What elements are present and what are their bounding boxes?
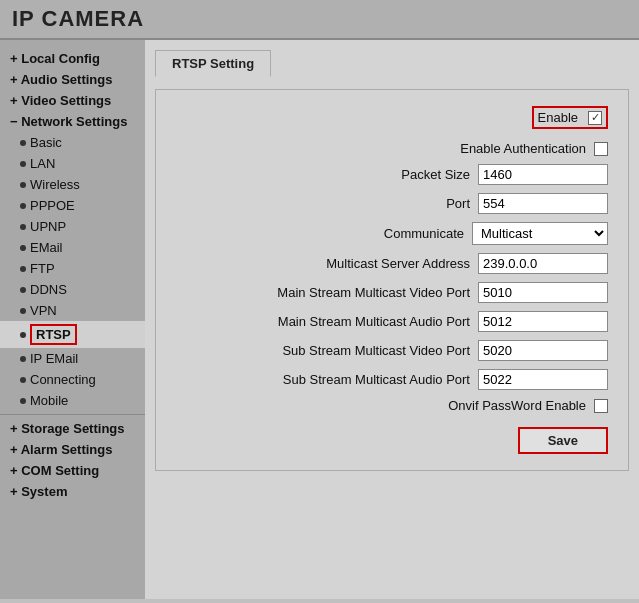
packet-size-row: Packet Size 1460	[176, 164, 608, 185]
sidebar-item-system[interactable]: + System	[0, 481, 145, 502]
save-row: Save	[176, 427, 608, 454]
bullet-icon	[20, 140, 26, 146]
sub-audio-input[interactable]: 5022	[478, 369, 608, 390]
sidebar-item-mobile[interactable]: Mobile	[0, 390, 145, 411]
sidebar-item-basic[interactable]: Basic	[0, 132, 145, 153]
bullet-icon	[20, 266, 26, 272]
onvif-label: Onvif PassWord Enable	[366, 398, 586, 413]
main-video-input[interactable]: 5010	[478, 282, 608, 303]
rtsp-form: Enable ✓ Enable Authentication Packet Si…	[155, 89, 629, 471]
sidebar-item-alarm[interactable]: + Alarm Settings	[0, 439, 145, 460]
sidebar-item-network-settings[interactable]: − Network Settings	[0, 111, 145, 132]
multicast-server-input[interactable]: 239.0.0.0	[478, 253, 608, 274]
sub-video-label: Sub Stream Multicast Video Port	[250, 343, 470, 358]
main-layout: + Local Config + Audio Settings + Video …	[0, 40, 639, 599]
sidebar-item-connecting[interactable]: Connecting	[0, 369, 145, 390]
communicate-select[interactable]: Multicast Unicast	[472, 222, 608, 245]
sidebar-item-wireless[interactable]: Wireless	[0, 174, 145, 195]
packet-size-input[interactable]: 1460	[478, 164, 608, 185]
bullet-icon	[20, 332, 26, 338]
bullet-icon	[20, 308, 26, 314]
main-video-label: Main Stream Multicast Video Port	[250, 285, 470, 300]
bullet-icon	[20, 377, 26, 383]
sidebar-item-video-settings[interactable]: + Video Settings	[0, 90, 145, 111]
sidebar-item-vpn[interactable]: VPN	[0, 300, 145, 321]
onvif-checkbox[interactable]	[594, 399, 608, 413]
save-button[interactable]: Save	[518, 427, 608, 454]
packet-size-label: Packet Size	[250, 167, 470, 182]
sidebar-item-local-config[interactable]: + Local Config	[0, 48, 145, 69]
sidebar-item-ftp[interactable]: FTP	[0, 258, 145, 279]
enable-box: Enable ✓	[532, 106, 608, 129]
content-area: RTSP Setting Enable ✓ Enable Authenticat…	[145, 40, 639, 599]
auth-label: Enable Authentication	[366, 141, 586, 156]
auth-checkbox[interactable]	[594, 142, 608, 156]
sidebar-item-storage[interactable]: + Storage Settings	[0, 418, 145, 439]
sub-video-input[interactable]: 5020	[478, 340, 608, 361]
port-row: Port 554	[176, 193, 608, 214]
sidebar-item-com[interactable]: + COM Setting	[0, 460, 145, 481]
main-audio-input[interactable]: 5012	[478, 311, 608, 332]
bullet-icon	[20, 182, 26, 188]
sub-video-row: Sub Stream Multicast Video Port 5020	[176, 340, 608, 361]
auth-row: Enable Authentication	[176, 141, 608, 156]
multicast-server-label: Multicast Server Address	[250, 256, 470, 271]
sidebar-item-ddns[interactable]: DDNS	[0, 279, 145, 300]
tab-rtsp-setting[interactable]: RTSP Setting	[155, 50, 271, 77]
main-video-row: Main Stream Multicast Video Port 5010	[176, 282, 608, 303]
bullet-icon	[20, 224, 26, 230]
multicast-server-row: Multicast Server Address 239.0.0.0	[176, 253, 608, 274]
main-audio-row: Main Stream Multicast Audio Port 5012	[176, 311, 608, 332]
main-audio-label: Main Stream Multicast Audio Port	[250, 314, 470, 329]
sidebar-item-email[interactable]: EMail	[0, 237, 145, 258]
enable-label: Enable	[538, 110, 578, 125]
sidebar-item-ip-email[interactable]: IP EMail	[0, 348, 145, 369]
sidebar-item-lan[interactable]: LAN	[0, 153, 145, 174]
port-label: Port	[250, 196, 470, 211]
bullet-icon	[20, 161, 26, 167]
bullet-icon	[20, 287, 26, 293]
page-title: IP CAMERA	[12, 6, 627, 32]
enable-row: Enable ✓	[176, 106, 608, 129]
onvif-row: Onvif PassWord Enable	[176, 398, 608, 413]
sidebar: + Local Config + Audio Settings + Video …	[0, 40, 145, 599]
bullet-icon	[20, 245, 26, 251]
page-header: IP CAMERA	[0, 0, 639, 40]
divider	[0, 414, 145, 415]
communicate-row: Communicate Multicast Unicast	[176, 222, 608, 245]
sidebar-item-audio-settings[interactable]: + Audio Settings	[0, 69, 145, 90]
sidebar-item-pppoe[interactable]: PPPOE	[0, 195, 145, 216]
bullet-icon	[20, 398, 26, 404]
port-input[interactable]: 554	[478, 193, 608, 214]
sub-audio-label: Sub Stream Multicast Audio Port	[250, 372, 470, 387]
bullet-icon	[20, 203, 26, 209]
sidebar-item-upnp[interactable]: UPNP	[0, 216, 145, 237]
tab-bar: RTSP Setting	[155, 50, 629, 77]
sidebar-item-rtsp[interactable]: RTSP	[0, 321, 145, 348]
bullet-icon	[20, 356, 26, 362]
sub-audio-row: Sub Stream Multicast Audio Port 5022	[176, 369, 608, 390]
communicate-label: Communicate	[244, 226, 464, 241]
enable-checkbox[interactable]: ✓	[588, 111, 602, 125]
